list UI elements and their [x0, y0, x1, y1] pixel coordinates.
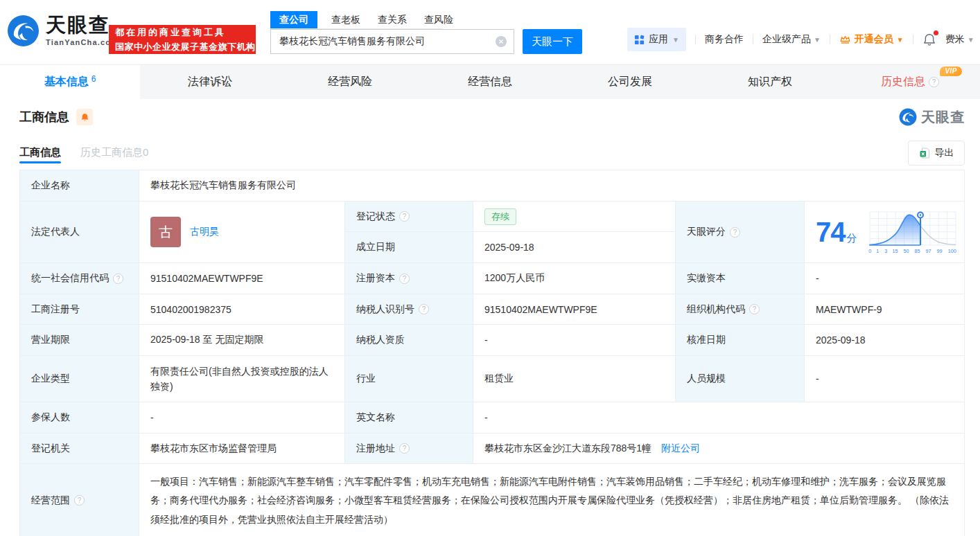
- divider: [913, 35, 913, 44]
- username-label: 费米: [945, 33, 965, 46]
- table-row: 法定代表人 古 古明昊 登记状态 ? 存续 天眼评分 ? 74: [20, 202, 965, 232]
- help-icon[interactable]: ?: [399, 211, 410, 222]
- notification-bell-icon[interactable]: [922, 33, 936, 46]
- search-tab-relation[interactable]: 查关系: [378, 11, 407, 28]
- cooperation-label: 商务合作: [705, 33, 744, 46]
- tab-legal-proceedings[interactable]: 法律诉讼: [140, 65, 280, 99]
- excel-icon: [919, 148, 930, 159]
- taxpayer-id-label: 纳税人识别号: [356, 303, 414, 316]
- table-row: 登记机关 攀枝花市东区市场监督管理局 注册地址 ? 攀枝花市东区金沙江大道东段7…: [20, 434, 965, 464]
- tab-operation-info[interactable]: 经营信息: [420, 65, 560, 99]
- subtab-business-info[interactable]: 工商信息: [19, 135, 61, 170]
- user-menu[interactable]: 费米 ▼: [945, 33, 974, 46]
- export-button[interactable]: 导出: [908, 141, 965, 166]
- header-nav: 应用 ▼ 商务合作 企业级产品 ▼ 开通会员 ▼: [627, 28, 974, 51]
- search-tab-company[interactable]: 查公司: [270, 11, 317, 28]
- industry-value: 租赁业: [473, 356, 676, 402]
- legal-rep-label: 法定代表人: [20, 202, 139, 263]
- chevron-down-icon: ▼: [897, 36, 904, 44]
- divider: [695, 35, 696, 44]
- tab-history-info[interactable]: 历史信息 ? VIP: [840, 65, 980, 99]
- tab-label: 法律诉讼: [188, 75, 232, 89]
- section-header: 工商信息 天眼查: [0, 99, 980, 135]
- apps-grid-icon: [634, 35, 645, 45]
- establish-date-value: 2025-09-18: [473, 232, 676, 263]
- header: 天眼查 TianYanCha.com 都在用的商业查询工具 国家中小企业发展子基…: [0, 0, 980, 64]
- banner-line2: 国家中小企业发展子基金旗下机构: [115, 41, 250, 53]
- table-row: 企业名称 攀枝花长冠汽车销售服务有限公司: [20, 170, 965, 202]
- subscribe-bell-icon[interactable]: [76, 109, 93, 125]
- search-button[interactable]: 天眼一下: [523, 29, 582, 54]
- business-term-label: 营业期限: [20, 325, 139, 356]
- divider: [753, 35, 753, 44]
- crown-icon: [839, 35, 851, 44]
- search-tab-boss[interactable]: 查老板: [331, 11, 360, 28]
- apps-label: 应用: [649, 33, 668, 46]
- export-label: 导出: [935, 147, 954, 159]
- help-icon[interactable]: ?: [74, 495, 85, 506]
- tab-count: 6: [91, 74, 96, 84]
- org-code-label-cell: 组织机构代码 ?: [676, 294, 805, 325]
- clear-search-icon[interactable]: [496, 36, 507, 47]
- search-input[interactable]: [270, 29, 514, 54]
- company-name-label: 企业名称: [20, 170, 139, 202]
- tab-basic-info[interactable]: 基本信息 6: [0, 65, 140, 99]
- legal-rep-avatar[interactable]: 古: [150, 217, 181, 247]
- org-code-value: MAEWTWPF-9: [805, 294, 965, 325]
- tianyancha-logo[interactable]: 天眼查 TianYanCha.com: [7, 15, 119, 47]
- nav-enterprise-products[interactable]: 企业级产品 ▼: [762, 33, 821, 46]
- apps-menu[interactable]: 应用 ▼: [627, 28, 686, 51]
- banner-line1: 都在用的商业查询工具: [115, 26, 250, 39]
- nav-open-vip[interactable]: 开通会员 ▼: [839, 33, 904, 46]
- business-scope-value: 一般项目：汽车销售；新能源汽车整车销售；汽车零配件零售；机动车充电销售；新能源汽…: [139, 464, 965, 536]
- business-scope-label-cell: 经营范围 ?: [20, 464, 139, 536]
- tianyancha-swirl-icon: [899, 108, 917, 126]
- help-icon[interactable]: ?: [399, 274, 410, 284]
- reg-address-cell: 攀枝花市东区金沙江大道东段788号1幢 附近公司: [473, 434, 965, 464]
- subtab-bar: 工商信息 历史工商信息0 导出: [0, 135, 980, 170]
- taxpayer-id-value: 91510402MAEWTWPF9E: [473, 294, 676, 325]
- tab-intellectual-property[interactable]: 知识产权: [700, 65, 840, 99]
- score-label-cell: 天眼评分 ?: [676, 202, 805, 263]
- reg-capital-label: 注册资本: [356, 272, 395, 285]
- help-icon[interactable]: ?: [929, 77, 939, 87]
- logo-domain: TianYanCha.com: [46, 38, 119, 46]
- reg-status-label: 登记状态: [356, 211, 395, 223]
- english-name-value: -: [473, 402, 965, 434]
- chevron-down-icon: ▼: [672, 36, 679, 44]
- score-unit: 分: [847, 232, 857, 245]
- watermark-text: 天眼查: [921, 108, 965, 127]
- nearby-companies-link[interactable]: 附近公司: [661, 443, 700, 454]
- help-icon[interactable]: ?: [730, 227, 740, 238]
- table-row: 营业期限 2025-09-18 至 无固定期限 纳税人资质 - 核准日期 202…: [20, 325, 965, 356]
- reg-number-value: 510402001982375: [139, 294, 345, 325]
- search-tab-risk[interactable]: 查风险: [424, 11, 453, 28]
- establish-date-label: 成立日期: [345, 232, 473, 263]
- nav-cooperation[interactable]: 商务合作: [705, 33, 744, 46]
- reg-authority-label: 登记机关: [20, 434, 139, 464]
- help-icon[interactable]: ?: [419, 304, 429, 314]
- taxpayer-quality-label: 纳税人资质: [345, 325, 473, 356]
- help-icon[interactable]: ?: [399, 443, 410, 454]
- tab-operation-risk[interactable]: 经营风险: [280, 65, 420, 99]
- chevron-down-icon: ▼: [814, 36, 821, 44]
- legal-rep-link[interactable]: 古明昊: [190, 226, 219, 238]
- search-area: 查公司 查老板 查关系 查风险 天眼一下: [270, 11, 582, 54]
- taxpayer-quality-value: -: [473, 325, 676, 356]
- tab-company-development[interactable]: 公司发展: [560, 65, 700, 99]
- tab-label: 历史信息: [881, 75, 925, 89]
- english-name-label: 英文名称: [345, 402, 473, 434]
- table-row: 统一社会信用代码 ? 91510402MAEWTWPF9E 注册资本 ? 120…: [20, 263, 965, 294]
- reg-status-value: 存续: [473, 202, 676, 232]
- vip-label: 开通会员: [855, 33, 893, 46]
- company-type-label: 企业类型: [20, 356, 139, 402]
- section-title: 工商信息: [19, 109, 69, 125]
- help-icon[interactable]: ?: [749, 304, 760, 314]
- score-cell: 74 分: [805, 202, 965, 263]
- business-info-table: 企业名称 攀枝花长冠汽车销售服务有限公司 法定代表人 古 古明昊 登记状态 ? …: [19, 170, 965, 536]
- credit-code-value: 91510402MAEWTWPF9E: [139, 263, 345, 294]
- table-row: 参保人数 - 英文名称 -: [20, 402, 965, 434]
- help-icon[interactable]: ?: [113, 274, 123, 284]
- subtab-history-business-info[interactable]: 历史工商信息0: [80, 135, 148, 170]
- watermark-logo: 天眼查: [899, 108, 965, 127]
